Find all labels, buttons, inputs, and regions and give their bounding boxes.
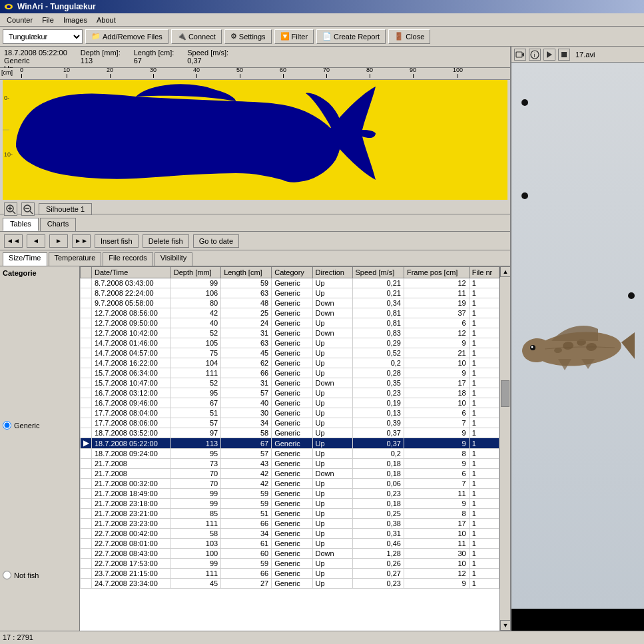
table-row[interactable]: 12.7.2008 09:50:004024GenericUp0,8161 [81, 318, 499, 328]
cell-length: 43 [221, 459, 272, 469]
add-remove-files-button[interactable]: 📁 Add/Remove Files [85, 29, 168, 44]
sub-tab-temperature[interactable]: Temperature [49, 252, 102, 266]
table-row[interactable]: 23.7.2008 21:15:0011166GenericUp0,27121 [81, 569, 499, 579]
cell-speed: 0,06 [352, 479, 404, 489]
scroll-up-arrow[interactable]: ▲ [500, 266, 510, 277]
zoom-out-button[interactable] [21, 202, 35, 216]
video-play-button[interactable] [543, 49, 555, 61]
table-row[interactable]: 16.7.2008 03:12:009557GenericUp0,23181 [81, 388, 499, 398]
col-datetime[interactable]: Date/Time [92, 267, 171, 278]
cell-datetime: 21.7.2008 23:23:00 [92, 519, 171, 529]
table-row[interactable]: 22.7.2008 08:01:0010361GenericUp0,46111 [81, 539, 499, 549]
row-arrow [81, 348, 92, 358]
table-row[interactable]: 21.7.20087343GenericUp0,1891 [81, 459, 499, 469]
nav-last-button[interactable]: ►► [72, 234, 91, 248]
col-category[interactable]: Category [272, 267, 312, 278]
cell-speed: 0,2 [352, 449, 404, 459]
col-filenr[interactable]: File nr [469, 267, 499, 278]
col-framepos[interactable]: Frame pos [cm] [404, 267, 469, 278]
table-row[interactable]: 22.7.2008 00:42:005834GenericUp0,31101 [81, 529, 499, 539]
sub-tab-visibility[interactable]: Visibility [155, 252, 193, 266]
depth-label: Depth [mm]: [81, 49, 121, 57]
cell-datetime: 9.7.2008 05:58:00 [92, 298, 171, 308]
left-panel: 18.7.2008 05:22:00 Generic Up Depth [mm]… [0, 47, 511, 631]
data-table-container[interactable]: Date/Time Depth [mm] Length [cm] Categor… [80, 266, 499, 631]
cell-category: Generic [272, 559, 312, 569]
table-row[interactable]: 18.7.2008 09:24:009557GenericUp0,281 [81, 449, 499, 459]
table-scrollbar[interactable]: ▲ ▼ [499, 266, 510, 631]
col-length[interactable]: Length [cm] [221, 267, 272, 278]
cell-speed: 0,21 [352, 278, 404, 288]
table-row[interactable]: 8.7.2008 03:43:009959GenericUp0,21121 [81, 278, 499, 288]
table-row[interactable]: 22.7.2008 08:43:0010060GenericDown1,2830… [81, 549, 499, 559]
location-dropdown[interactable]: Tungulækur [3, 29, 83, 44]
zoom-in-button[interactable] [4, 202, 17, 216]
table-row[interactable]: 15.7.2008 06:34:0011166GenericUp0,2891 [81, 368, 499, 378]
silhouette-toolbar: Silhouette 1 [0, 200, 510, 218]
table-row[interactable]: 21.7.2008 23:23:0011166GenericUp0,38171 [81, 519, 499, 529]
cell-length: 58 [221, 428, 272, 438]
video-camera-button[interactable] [514, 49, 526, 61]
table-row[interactable]: 24.7.2008 23:34:004527GenericUp0,2391 [81, 579, 499, 589]
close-button[interactable]: 🚪 Close [388, 29, 430, 44]
create-report-button[interactable]: 📄 Create Report [316, 29, 386, 44]
go-to-date-button[interactable]: Go to date [193, 234, 239, 248]
tab-tables[interactable]: Tables [3, 218, 39, 231]
scroll-track[interactable] [500, 277, 510, 620]
col-speed[interactable]: Speed [m/s] [352, 267, 404, 278]
table-row[interactable]: 9.7.2008 05:58:008048GenericDown0,34191 [81, 298, 499, 308]
table-row[interactable]: 12.7.2008 08:56:004225GenericDown0,81371 [81, 308, 499, 318]
table-row[interactable]: 12.7.2008 10:42:005231GenericDown0,83121 [81, 328, 499, 338]
delete-fish-button[interactable]: Delete fish [143, 234, 189, 248]
cell-datetime: 12.7.2008 08:56:00 [92, 308, 171, 318]
table-row[interactable]: 21.7.20087042GenericDown0,1861 [81, 469, 499, 479]
scroll-thumb[interactable] [501, 380, 509, 407]
table-row[interactable]: 21.7.2008 23:18:009959GenericUp0,1891 [81, 499, 499, 509]
filter-button[interactable]: 🔽 Filter [274, 29, 314, 44]
nav-prev-button[interactable]: ◄ [27, 234, 45, 248]
nav-next-button[interactable]: ► [49, 234, 68, 248]
table-row[interactable]: 8.7.2008 22:24:0010663GenericUp0,21111 [81, 288, 499, 298]
col-depth[interactable]: Depth [mm] [170, 267, 220, 278]
menu-counter[interactable]: Counter [3, 15, 37, 25]
table-row[interactable]: 17.7.2008 08:06:005734GenericUp0,3971 [81, 418, 499, 428]
cell-speed: 0,46 [352, 539, 404, 549]
video-stop-button[interactable] [558, 49, 570, 61]
insert-fish-button[interactable]: Insert fish [95, 234, 139, 248]
navigation-row: ◄◄ ◄ ► ►► Insert fish Delete fish Go to … [0, 232, 510, 250]
table-row[interactable]: 14.7.2008 16:22:0010462GenericUp0,2101 [81, 358, 499, 368]
table-row[interactable]: 21.7.2008 23:21:008551GenericUp0,2581 [81, 509, 499, 519]
radio-generic[interactable]: Generic [3, 421, 77, 430]
table-row[interactable]: 16.7.2008 09:46:006740GenericUp0,19101 [81, 398, 499, 408]
length-group: Length [cm]: 67 [134, 49, 174, 65]
row-arrow [81, 428, 92, 438]
cell-framepos: 12 [404, 328, 469, 338]
radio-generic-input[interactable] [3, 421, 11, 430]
radio-not-fish[interactable]: Not fish [3, 571, 77, 579]
table-row[interactable]: 18.7.2008 03:52:009758GenericUp0,3791 [81, 428, 499, 438]
cell-framepos: 9 [404, 368, 469, 378]
menu-images[interactable]: Images [59, 15, 91, 25]
table-row[interactable]: 15.7.2008 10:47:005231GenericDown0,35171 [81, 378, 499, 388]
cell-category: Generic [272, 388, 312, 398]
sub-tab-file-records[interactable]: File records [103, 252, 153, 266]
table-row[interactable]: 22.7.2008 17:53:009959GenericUp0,26101 [81, 559, 499, 569]
menu-file[interactable]: File [38, 15, 58, 25]
tab-charts[interactable]: Charts [40, 218, 76, 231]
table-row[interactable]: 21.7.2008 18:49:009959GenericUp0,23111 [81, 489, 499, 499]
scroll-down-arrow[interactable]: ▼ [500, 620, 510, 631]
row-arrow [81, 338, 92, 348]
table-row[interactable]: ▶18.7.2008 05:22:0011367GenericUp0,3791 [81, 438, 499, 449]
settings-button[interactable]: ⚙ Settings [224, 29, 272, 44]
table-row[interactable]: 14.7.2008 01:46:0010563GenericUp0,2991 [81, 338, 499, 348]
nav-first-button[interactable]: ◄◄ [4, 234, 23, 248]
table-row[interactable]: 17.7.2008 08:04:005130GenericUp0,1361 [81, 408, 499, 418]
table-row[interactable]: 21.7.2008 00:32:007042GenericUp0,0671 [81, 479, 499, 489]
menu-about[interactable]: About [93, 15, 120, 25]
video-info-button[interactable]: i [529, 49, 541, 61]
radio-not-fish-input[interactable] [3, 571, 11, 579]
sub-tab-size-time[interactable]: Size/Time [3, 252, 47, 266]
table-row[interactable]: 14.7.2008 04:57:007545GenericUp0,52211 [81, 348, 499, 358]
connect-button[interactable]: 🔌 Connect [171, 29, 222, 44]
col-direction[interactable]: Direction [312, 267, 352, 278]
